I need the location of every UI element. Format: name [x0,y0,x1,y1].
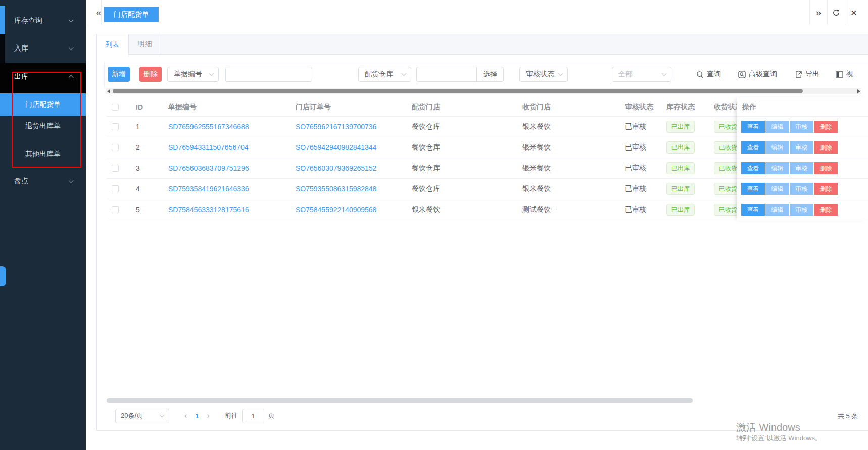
choose-button[interactable]: 选择 [476,67,504,82]
order-no-link[interactable]: SO758455922140909568 [296,206,376,214]
goto-page-input[interactable] [242,409,264,423]
bottom-horizontal-scrollbar[interactable] [107,398,693,403]
delete-row-button[interactable]: 删除 [814,183,838,195]
doc-no-link[interactable]: SD759358419621646336 [168,185,249,193]
page-size-value: 20条/页 [121,411,143,420]
view-button[interactable]: 查看 [741,121,765,133]
tab-list[interactable]: 列表 [97,34,129,55]
page-number-1[interactable]: 1 [193,412,201,420]
sidebar-item-inbound[interactable]: 入库 [0,38,86,59]
delete-row-button[interactable]: 删除 [814,141,838,154]
cell-from-store: 餐饮仓库 [405,117,515,137]
scroll-right-icon[interactable] [856,88,861,94]
page-size-select[interactable]: 20条/页 [115,409,169,423]
audit-button[interactable]: 审核 [790,162,813,174]
view-button[interactable]: 查看 [741,204,765,216]
table-horizontal-scrollbar[interactable] [106,88,861,94]
export-icon [795,71,802,78]
close-icon[interactable]: × [847,6,861,20]
fixed-actions-column: 操作 查看 编辑 审核 删除 查看 编辑 审核 删除 查看 编辑 审核 删除 查… [737,97,868,221]
search-icon [696,71,704,78]
sidebar-item-return-outbound[interactable]: 退货出库单 [0,115,86,137]
cell-id: 2 [129,137,161,158]
order-no-link[interactable]: SO759355086315982848 [296,185,376,193]
total-count: 共 5 条 [838,412,858,421]
drawer-handle[interactable] [0,266,6,286]
audit-button[interactable]: 审核 [790,121,813,133]
add-button[interactable]: 新增 [108,67,130,82]
view-button[interactable]: 查看 [741,141,765,154]
audit-button[interactable]: 审核 [790,141,813,154]
warehouse-input[interactable] [416,67,477,82]
row-checkbox[interactable] [112,123,119,130]
divider [827,0,828,25]
order-no-link[interactable]: SO765603079369265152 [296,164,376,172]
row-checkbox[interactable] [112,165,119,172]
audit-button[interactable]: 审核 [790,183,813,195]
cell-to-store: 测试餐饮一 [515,199,618,220]
sidebar-item-inventory-query[interactable]: 库存查询 [0,10,86,31]
expand-tabs-icon[interactable]: » [811,6,826,20]
divider [104,63,105,87]
view-switch-button[interactable]: 视 [836,67,853,82]
sidebar-item-outbound[interactable]: 出库 [0,66,86,87]
next-page-icon[interactable]: › [201,411,216,420]
edit-button[interactable]: 编辑 [765,121,789,133]
row-checkbox[interactable] [112,185,119,192]
view-layout-icon [836,71,843,78]
doc-no-link[interactable]: SD758456333128175616 [168,206,249,214]
divider [845,0,845,25]
col-header-to-store: 收货门店 [515,97,618,116]
cell-audit-status: 已审核 [618,199,659,220]
edit-button[interactable]: 编辑 [765,204,789,216]
col-header-order-no: 门店订单号 [288,97,405,116]
edit-button[interactable]: 编辑 [765,162,789,174]
doc-no-input[interactable] [225,67,312,82]
sidebar-item-store-distribution[interactable]: 门店配货单 [0,93,86,116]
col-header-from-store: 配货门店 [405,97,515,116]
view-button[interactable]: 查看 [741,183,765,195]
chevron-down-icon [160,413,165,418]
advanced-query-button[interactable]: 高级查询 [738,67,777,82]
sidebar-item-other-outbound[interactable]: 其他出库单 [0,143,86,165]
stock-status-badge: 已出库 [666,162,695,174]
edit-button[interactable]: 编辑 [765,141,789,154]
prev-page-icon[interactable]: ‹ [178,411,193,420]
actions-row: 查看 编辑 审核 删除 [737,199,868,220]
tab-detail[interactable]: 明细 [129,34,161,55]
select-all-checkbox[interactable] [112,104,119,111]
delete-row-button[interactable]: 删除 [814,204,838,216]
sidebar-item-label: 出库 [14,72,28,81]
audit-status-field-select[interactable]: 审核状态 [519,67,568,82]
cell-audit-status: 已审核 [618,158,659,178]
doc-no-link[interactable]: SD765603683709751296 [168,164,249,172]
delete-row-button[interactable]: 删除 [814,162,838,174]
view-button[interactable]: 查看 [741,162,765,174]
audit-status-value-select[interactable]: 全部 [612,67,671,82]
sidebar-subitem-label: 门店配货单 [25,100,61,109]
pagination: 20条/页 ‹ 1 › 前往 页 [115,408,275,423]
collapse-sidebar-icon[interactable]: « [92,6,105,19]
warehouse-field-select[interactable]: 配货仓库 [358,67,411,82]
delete-row-button[interactable]: 删除 [814,121,838,133]
doc-no-link[interactable]: SD765943311507656704 [168,143,249,152]
order-no-link[interactable]: SO765942940982841344 [296,143,376,152]
page-tab-store-distribution[interactable]: 门店配货单 [104,7,159,22]
order-no-link[interactable]: SO765962167139700736 [296,123,376,131]
warehouse-select-value: 配货仓库 [365,70,393,79]
row-checkbox[interactable] [112,144,119,151]
row-checkbox[interactable] [112,206,119,213]
query-button[interactable]: 查询 [696,67,721,82]
export-button[interactable]: 导出 [795,67,819,82]
doc-no-field-select[interactable]: 单据编号 [167,67,219,82]
audit-button[interactable]: 审核 [790,204,813,216]
refresh-icon[interactable] [829,6,843,20]
sidebar-item-stocktake[interactable]: 盘点 [0,171,86,192]
windows-activation-watermark: 激活 Windows [736,421,800,434]
chevron-down-icon [662,71,667,76]
delete-button[interactable]: 删除 [139,67,162,82]
doc-no-link[interactable]: SD765962555167346688 [168,123,249,131]
scrollbar-thumb[interactable] [113,89,803,93]
scroll-left-icon[interactable] [106,88,111,94]
edit-button[interactable]: 编辑 [765,183,789,195]
